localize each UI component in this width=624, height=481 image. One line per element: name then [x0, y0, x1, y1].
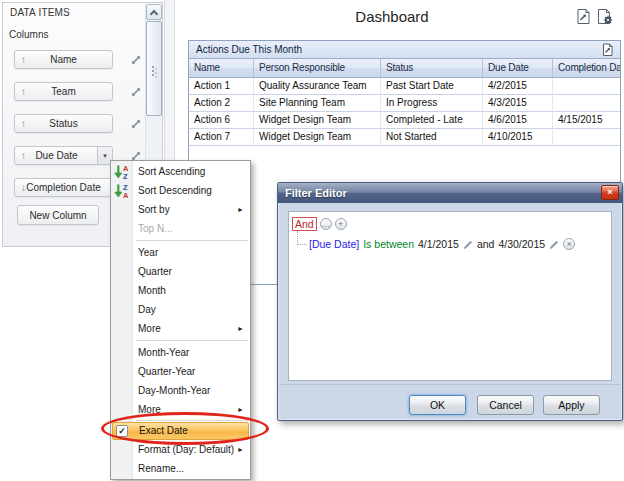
grid-header-cell[interactable]: Person Responsible [254, 59, 381, 78]
options-icon[interactable]: … [320, 218, 332, 230]
grid-cell[interactable]: Action 1 [189, 78, 254, 95]
sort-direction-up-icon: ↑ [21, 51, 26, 68]
menu-item-quarter[interactable]: Quarter [111, 262, 250, 281]
column-item-name[interactable]: ↑ Name [14, 50, 113, 69]
menu-item-year[interactable]: Year [111, 243, 250, 262]
menu-item-month-year[interactable]: Month-Year [111, 343, 250, 362]
axis-options-icon[interactable] [129, 85, 143, 99]
grid-header-cell[interactable]: Due Date [483, 59, 553, 78]
add-condition-icon[interactable]: + [335, 218, 347, 230]
menu-item-quarter-year[interactable]: Quarter-Year [111, 362, 250, 381]
export-document-icon[interactable] [575, 8, 593, 25]
menu-item-month[interactable]: Month [111, 281, 250, 300]
column-item-label: Completion Date [15, 182, 112, 193]
menu-item-day[interactable]: Day [111, 300, 250, 319]
ok-button[interactable]: OK [409, 395, 466, 415]
grid-cell[interactable] [553, 129, 620, 146]
grid-row[interactable]: Action 7 Widget Design Team Not Started … [189, 129, 620, 146]
menu-item-format[interactable]: Format (Day: Default) ► [111, 440, 250, 459]
grid-cell[interactable]: 4/3/2015 [483, 95, 553, 112]
grid-cell[interactable]: Action 2 [189, 95, 254, 112]
menu-item-sort-descending[interactable]: Z A Sort Descending [111, 181, 250, 200]
grid-cell[interactable]: Past Start Date [381, 78, 483, 95]
menu-item-label: Rename... [138, 463, 184, 474]
grid-cell[interactable] [553, 78, 620, 95]
operator-and[interactable]: And [292, 217, 317, 231]
close-button[interactable]: × [601, 185, 619, 200]
grid-cell[interactable]: 4/15/2015 [553, 112, 620, 129]
column-item-label: Status [15, 118, 112, 129]
svg-text:Z: Z [123, 172, 128, 180]
edit-pencil-icon[interactable] [549, 239, 559, 250]
grid-cell[interactable]: Site Planning Team [254, 95, 381, 112]
grid-row[interactable]: Action 1 Quality Assurance Team Past Sta… [189, 78, 620, 95]
sort-direction-up-icon: ↑ [21, 83, 26, 100]
grid-cell[interactable]: Quality Assurance Team [254, 78, 381, 95]
menu-item-day-month-year[interactable]: Day-Month-Year [111, 381, 250, 400]
grid-cell[interactable]: In Progress [381, 95, 483, 112]
grid-cell[interactable]: Action 7 [189, 129, 254, 146]
menu-item-label: Quarter [138, 266, 172, 277]
submenu-arrow-icon: ► [237, 400, 244, 419]
remove-condition-icon[interactable]: × [563, 238, 575, 250]
menu-item-label: Day-Month-Year [138, 385, 210, 396]
condition-operator[interactable]: Is between [363, 238, 414, 250]
grid-header-cell[interactable]: Name [189, 59, 254, 78]
menu-item-label: Month [138, 285, 166, 296]
grid-cell[interactable]: 4/2/2015 [483, 78, 553, 95]
chevron-up-icon [150, 10, 158, 18]
grid-cell[interactable]: Not Started [381, 129, 483, 146]
menu-item-more-1[interactable]: More ► [111, 319, 250, 338]
root-operator-row: And … + [292, 217, 347, 231]
grid-cell[interactable]: Widget Design Team [254, 112, 381, 129]
grid-header-cell[interactable]: Completion Date [553, 59, 620, 78]
column-item-team[interactable]: ↑ Team [14, 82, 113, 101]
panel-title: DATA ITEMS [10, 7, 70, 18]
dashboard-settings-icon[interactable] [596, 8, 614, 25]
scrollbar-thumb[interactable] [146, 21, 162, 116]
condition-value-2[interactable]: 4/30/2015 [498, 238, 545, 250]
menu-item-label: Month-Year [138, 347, 189, 358]
filter-condition-row: [Due Date] Is between 4/1/2015 and 4/30/… [309, 238, 575, 250]
grid-row[interactable]: Action 2 Site Planning Team In Progress … [189, 95, 620, 112]
apply-button[interactable]: Apply [543, 395, 600, 415]
dialog-titlebar[interactable]: Filter Editor × [278, 183, 622, 203]
dialog-footer-divider [279, 384, 621, 385]
menu-item-rename[interactable]: Rename... [111, 459, 250, 478]
edit-pencil-icon[interactable] [463, 239, 473, 250]
new-column-button[interactable]: New Column [17, 205, 99, 225]
columns-section-label: Columns [9, 29, 48, 40]
axis-options-icon[interactable] [129, 53, 143, 67]
submenu-arrow-icon: ► [237, 440, 244, 459]
column-item-due-date[interactable]: ↑ Due Date ▾ [14, 146, 113, 165]
axis-options-icon[interactable] [129, 117, 143, 131]
grid-header-cell[interactable]: Status [381, 59, 483, 78]
menu-item-sort-ascending[interactable]: A Z Sort Ascending [111, 162, 250, 181]
menu-item-label: Sort Ascending [138, 166, 205, 177]
menu-item-sort-by[interactable]: Sort by ► [111, 200, 250, 219]
cancel-button[interactable]: Cancel [477, 395, 534, 415]
grid-cell[interactable] [553, 95, 620, 112]
menu-item-label: Exact Date [139, 425, 188, 436]
column-item-status[interactable]: ↑ Status [14, 114, 113, 133]
grid-cell[interactable]: 4/6/2015 [483, 112, 553, 129]
grid-row[interactable]: Action 6 Widget Design Team Completed - … [189, 112, 620, 129]
condition-field[interactable]: [Due Date] [309, 238, 359, 250]
grid-export-icon[interactable] [601, 43, 615, 57]
grid-cell[interactable]: 4/10/2015 [483, 129, 553, 146]
dashboard-designer-window: DATA ITEMS Columns ↑ Name ↑ Team ↑ Statu… [0, 0, 624, 481]
condition-value-1[interactable]: 4/1/2015 [418, 238, 459, 250]
grid-caption-bar[interactable]: Actions Due This Month [189, 41, 620, 59]
menu-item-more-2[interactable]: More ► [111, 400, 250, 419]
grid-cell[interactable]: Action 6 [189, 112, 254, 129]
menu-item-label: Sort by [138, 204, 170, 215]
menu-item-top-n[interactable]: Top N... [111, 219, 250, 238]
due-date-context-menu: A Z Sort Ascending Z A Sort Descending S… [110, 160, 251, 480]
menu-item-label: More [138, 404, 161, 415]
column-item-completion-date[interactable]: ↓ Completion Date [14, 178, 113, 197]
menu-item-exact-date[interactable]: ✓ Exact Date [112, 422, 249, 440]
grid-cell[interactable]: Completed - Late [381, 112, 483, 129]
grid-cell[interactable]: Widget Design Team [254, 129, 381, 146]
svg-text:A: A [123, 191, 129, 199]
scrollbar-up-button[interactable] [146, 4, 162, 20]
